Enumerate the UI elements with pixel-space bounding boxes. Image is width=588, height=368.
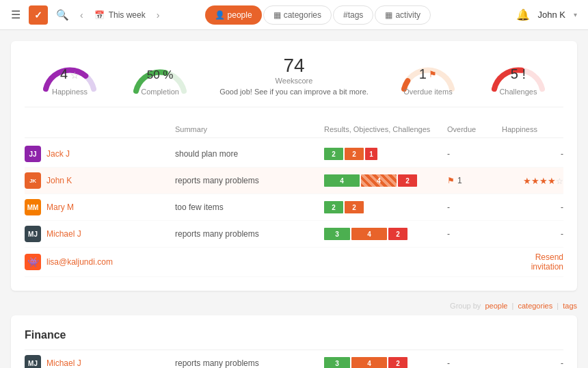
group-by-categories-link[interactable]: categories xyxy=(518,302,552,310)
happiness-cell: - xyxy=(502,202,563,212)
weekscore-value: 74 xyxy=(219,55,369,77)
summary-card: 4 ☆ Happiness 50 % Completion 74 Weeksco… xyxy=(11,41,577,291)
resend-invitation: Resend invitation xyxy=(502,252,563,272)
group-by-people-link[interactable]: people xyxy=(485,302,507,310)
happiness-cell: - xyxy=(502,358,563,368)
finance-table-row: MJ Michael J reports many problems 3 4 2… xyxy=(25,350,563,368)
bar-objectives: 2 xyxy=(345,201,364,213)
bar-group: 3 4 2 xyxy=(324,357,447,368)
challenges-metric: 5 ! Challenges xyxy=(487,57,549,96)
bar-group: 2 2 1 xyxy=(324,148,447,160)
person-cell: JJ Jack J xyxy=(25,146,175,162)
group-by-row: Group by people | categories | tags xyxy=(11,302,577,310)
people-icon: 👤 xyxy=(215,10,225,20)
person-name[interactable]: Mary M xyxy=(46,202,74,212)
person-name[interactable]: Michael J xyxy=(46,229,81,239)
table-row: JJ Jack J should plan more 2 2 1 - - xyxy=(25,141,563,168)
person-cell: JK John K xyxy=(25,172,175,189)
week-label: This week xyxy=(109,10,146,20)
weekscore-metric: 74 Weekscore Good job! See if you can im… xyxy=(219,55,369,96)
avatar: MJ xyxy=(25,355,41,368)
happiness-header: Happiness xyxy=(502,125,563,133)
nav-tags-button[interactable]: #tags xyxy=(333,5,373,25)
happiness-metric: 4 ☆ Happiness xyxy=(39,57,101,96)
overdue-header: Overdue xyxy=(447,125,502,133)
app-logo: ✓ xyxy=(29,5,48,25)
table-row-invite: 👾 lisa@kaljundi.com Resend invitation xyxy=(25,248,563,277)
week-selector[interactable]: 📅 This week xyxy=(94,10,146,20)
overdue-cell: ⚑ 1 xyxy=(447,176,502,185)
person-name[interactable]: John K xyxy=(46,176,72,185)
bar-results: 3 xyxy=(324,357,350,368)
bar-objectives: 2 xyxy=(345,148,364,160)
user-menu-chevron[interactable]: ▾ xyxy=(574,11,577,18)
nav-activity-button[interactable]: ▦ activity xyxy=(375,5,431,25)
main-nav: 👤 people ▦ categories #tags ▦ activity xyxy=(205,5,431,25)
star-empty: ☆ xyxy=(556,176,563,186)
overdue-value: 1 xyxy=(419,66,427,82)
nav-people-button[interactable]: 👤 people xyxy=(205,5,262,25)
bar-group: 4 4 2 xyxy=(324,174,447,187)
table-row: MJ Michael J reports many problems 3 4 2… xyxy=(25,221,563,248)
bar-results: 2 xyxy=(324,201,343,213)
notifications-icon[interactable]: 🔔 xyxy=(516,8,530,21)
summary-text: reports many problems xyxy=(175,176,324,185)
overdue-metric: 1 ⚑ Overdue items xyxy=(397,57,459,96)
avatar: MJ xyxy=(25,226,41,242)
bar-group: 2 2 xyxy=(324,201,447,213)
happiness-cell: - xyxy=(502,229,563,239)
overdue-cell: - xyxy=(447,358,502,368)
flag-icon: ⚑ xyxy=(429,69,437,79)
weekscore-note: Good job! See if you can improve a bit m… xyxy=(219,88,369,96)
avatar: JK xyxy=(25,172,41,189)
person-name[interactable]: Jack J xyxy=(46,149,70,159)
person-cell: 👾 lisa@kaljundi.com xyxy=(25,254,175,270)
table-row: JK John K reports many problems 4 4 2 ⚑ … xyxy=(25,168,563,194)
header: ☰ ✓ 🔍 ‹ 📅 This week › 👤 people ▦ categor… xyxy=(0,0,588,30)
metrics-row: 4 ☆ Happiness 50 % Completion 74 Weeksco… xyxy=(25,55,563,107)
weekscore-label: Weekscore xyxy=(219,77,369,85)
overdue-cell: - xyxy=(447,229,502,239)
person-cell: MM Mary M xyxy=(25,199,175,215)
bar-objectives: 4 xyxy=(351,228,387,240)
invite-email[interactable]: lisa@kaljundi.com xyxy=(46,257,113,267)
grid-icon-categories: ▦ xyxy=(273,10,281,20)
resend-invitation-button[interactable]: Resend invitation xyxy=(531,252,563,272)
overdue-cell: - xyxy=(447,149,502,159)
main-content: 4 ☆ Happiness 50 % Completion 74 Weeksco… xyxy=(0,30,588,368)
group-by-tags-link[interactable]: tags xyxy=(563,302,577,310)
nav-categories-button[interactable]: ▦ categories xyxy=(263,5,332,25)
bar-objectives: 4 xyxy=(361,174,397,187)
summary-text: too few items xyxy=(175,202,324,212)
next-arrow[interactable]: › xyxy=(154,8,163,22)
stars-filled: ★★★★ xyxy=(523,176,556,186)
person-name[interactable]: Michael J xyxy=(46,358,81,368)
bar-results: 2 xyxy=(324,148,343,160)
happiness-cell: ★★★★☆ xyxy=(502,176,563,186)
summary-text: should plan more xyxy=(175,149,324,159)
bar-results: 4 xyxy=(324,174,360,187)
summary-text: reports many problems xyxy=(175,229,324,239)
finance-card: Finance MJ Michael J reports many proble… xyxy=(11,315,577,368)
grid-icon-activity: ▦ xyxy=(385,10,392,20)
header-right: 🔔 John K ▾ xyxy=(516,8,577,21)
avatar: MM xyxy=(25,199,41,215)
overdue-flag-icon: ⚑ xyxy=(447,176,455,185)
overdue-cell: - xyxy=(447,202,502,212)
prev-arrow[interactable]: ‹ xyxy=(77,8,86,22)
bar-challenges: 1 xyxy=(365,148,377,160)
calendar-icon: 📅 xyxy=(94,10,105,20)
bar-results: 3 xyxy=(324,228,350,240)
challenges-value: 5 ! xyxy=(511,66,526,81)
user-name[interactable]: John K xyxy=(538,10,565,20)
header-left: ☰ ✓ 🔍 ‹ 📅 This week › xyxy=(11,5,162,25)
overdue-label: Overdue items xyxy=(397,88,459,96)
avatar: 👾 xyxy=(25,254,41,270)
completion-metric: 50 % Completion xyxy=(129,60,191,96)
summary-header: Summary xyxy=(175,125,324,133)
search-icon[interactable]: 🔍 xyxy=(56,9,69,21)
table-row: MM Mary M too few items 2 2 - - xyxy=(25,194,563,221)
menu-icon[interactable]: ☰ xyxy=(11,8,21,21)
bar-challenges: 2 xyxy=(398,174,417,187)
person-cell: MJ Michael J xyxy=(25,226,175,242)
